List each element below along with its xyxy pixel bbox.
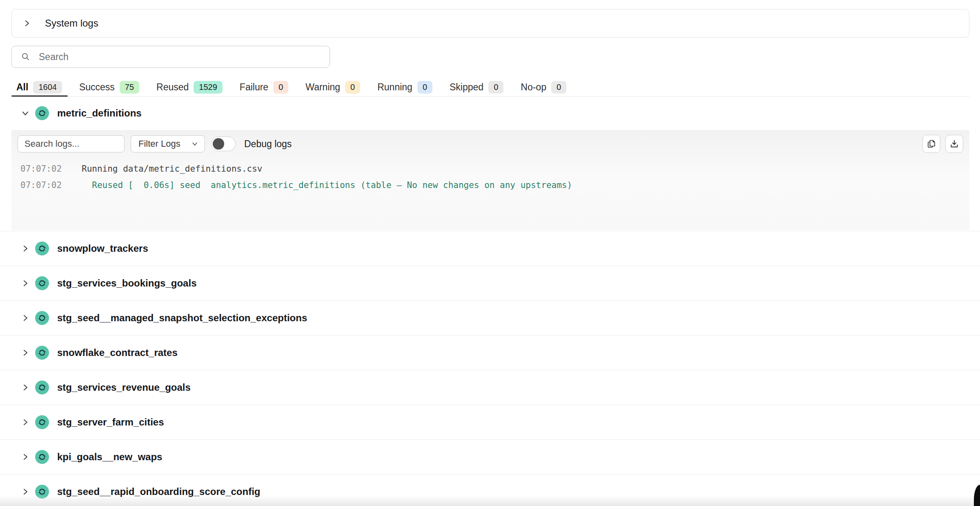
download-icon: [949, 139, 959, 149]
log-actions: [922, 135, 963, 153]
tab-skipped[interactable]: Skipped 0: [444, 78, 509, 96]
tab-success[interactable]: Success 75: [74, 78, 145, 96]
search-icon: [21, 52, 31, 62]
chevron-right-icon: [21, 314, 29, 322]
reused-status-icon: [35, 311, 49, 325]
reused-status-icon: [35, 450, 49, 464]
system-logs-header[interactable]: System logs: [11, 9, 969, 38]
chevron-right-icon: [21, 453, 29, 461]
tab-reused[interactable]: Reused 1529: [151, 78, 228, 96]
tab-reused-count: 1529: [194, 81, 223, 94]
copy-logs-button[interactable]: [922, 135, 940, 153]
model-name: snowflake_contract_rates: [57, 347, 178, 358]
reused-status-icon: [35, 381, 49, 394]
model-row-snowplow-trackers[interactable]: snowplow_trackers: [0, 231, 980, 266]
tab-failure-count: 0: [273, 81, 288, 94]
tab-all-count: 1604: [33, 81, 62, 94]
reused-status-icon: [35, 485, 49, 499]
model-name: stg_services_bookings_goals: [57, 278, 196, 289]
model-row-snowflake-contract-rates[interactable]: snowflake_contract_rates: [0, 336, 980, 370]
model-row-stg-services-revenue-goals[interactable]: stg_services_revenue_goals: [0, 370, 980, 405]
chevron-down-icon: [192, 141, 198, 147]
debug-logs-label: Debug logs: [244, 139, 292, 150]
tab-warning[interactable]: Warning 0: [300, 78, 366, 96]
status-tabs: All 1604 Success 75 Reused 1529 Failure …: [11, 78, 969, 97]
tab-noop-count: 0: [551, 81, 566, 94]
model-name: stg_services_revenue_goals: [57, 382, 191, 393]
reused-status-icon: [35, 106, 49, 120]
model-row-stg-seed-managed-snapshot-selection-exceptions[interactable]: stg_seed__managed_snapshot_selection_exc…: [0, 301, 980, 336]
tab-all[interactable]: All 1604: [11, 78, 68, 96]
tab-noop[interactable]: No-op 0: [515, 78, 572, 96]
reused-status-icon: [35, 242, 49, 255]
tab-success-count: 75: [120, 81, 139, 94]
filter-logs-dropdown[interactable]: Filter Logs: [131, 135, 205, 152]
model-name: stg_seed__rapid_onboarding_score_config: [57, 486, 260, 497]
debug-logs-toggle[interactable]: [211, 137, 236, 151]
copy-icon: [927, 139, 936, 149]
download-logs-button[interactable]: [945, 135, 963, 153]
system-logs-title: System logs: [45, 18, 98, 29]
reused-status-icon: [35, 276, 49, 290]
model-row-stg-services-bookings-goals[interactable]: stg_services_bookings_goals: [0, 266, 980, 301]
tab-warning-count: 0: [345, 81, 360, 94]
tab-running-count: 0: [417, 81, 432, 94]
log-controls: Filter Logs Debug logs: [18, 135, 963, 152]
model-row-stg-seed-rapid-onboarding-score-config[interactable]: stg_seed__rapid_onboarding_score_config: [0, 475, 980, 506]
chevron-down-icon: [21, 109, 29, 117]
model-name: metric_definitions: [57, 107, 142, 119]
model-row-stg-server-farm-cities[interactable]: stg_server_farm_cities: [0, 405, 980, 440]
chevron-right-icon: [21, 488, 29, 496]
chevron-right-icon: [21, 244, 29, 253]
tab-running[interactable]: Running 0: [372, 78, 438, 96]
chevron-right-icon: [23, 19, 31, 27]
chevron-right-icon: [21, 349, 29, 357]
toggle-knob: [213, 138, 224, 150]
log-search-input[interactable]: [18, 135, 125, 152]
system-logs-page: System logs All 1604 Success 75 Reused 1…: [0, 0, 980, 506]
model-list: snowplow_trackers stg_services_bookings_…: [0, 231, 980, 506]
model-name: stg_seed__managed_snapshot_selection_exc…: [57, 312, 307, 324]
global-search[interactable]: [11, 46, 330, 68]
chevron-right-icon: [21, 418, 29, 426]
model-name: stg_server_farm_cities: [57, 416, 164, 428]
chevron-right-icon: [21, 383, 29, 392]
model-row-kpi-goals-new-waps[interactable]: kpi_goals__new_waps: [0, 440, 980, 475]
log-line: 07:07:02 Reused [ 0.06s] seed analytics.…: [20, 177, 963, 193]
model-name: kpi_goals__new_waps: [57, 451, 162, 463]
model-name: snowplow_trackers: [57, 243, 148, 254]
log-panel: Filter Logs Debug logs 07:07:02Running d…: [11, 130, 969, 230]
tab-skipped-count: 0: [488, 81, 503, 94]
log-output: 07:07:02Running data/metric_definitions.…: [18, 161, 963, 193]
reused-status-icon: [35, 415, 49, 429]
model-row-metric-definitions[interactable]: metric_definitions: [11, 103, 142, 123]
search-input[interactable]: [38, 51, 301, 63]
tab-failure[interactable]: Failure 0: [234, 78, 294, 96]
log-line: 07:07:02Running data/metric_definitions.…: [20, 161, 963, 177]
reused-status-icon: [35, 346, 49, 360]
chevron-right-icon: [21, 279, 29, 287]
